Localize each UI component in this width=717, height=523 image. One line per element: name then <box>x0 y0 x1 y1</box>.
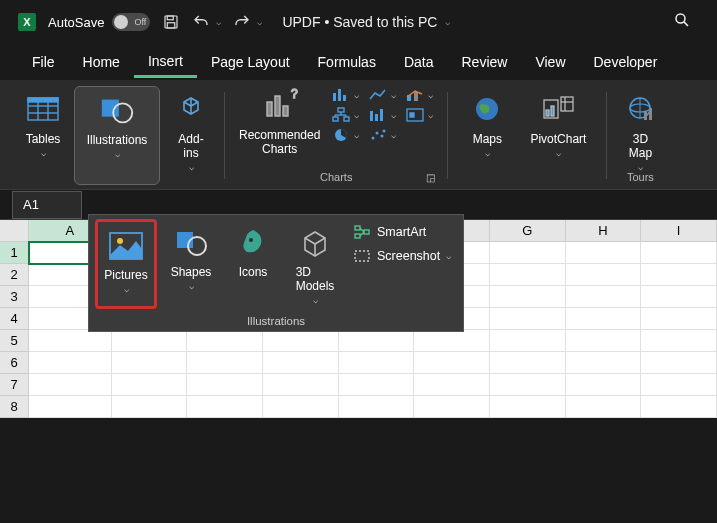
3d-models-button[interactable]: 3D Models ⌵ <box>287 219 343 309</box>
tab-insert[interactable]: Insert <box>134 47 197 78</box>
cell[interactable] <box>414 352 490 374</box>
cell[interactable] <box>490 264 566 286</box>
combo-chart-button[interactable]: ⌵ <box>404 86 433 104</box>
row-header[interactable]: 6 <box>0 352 29 374</box>
statistic-chart-button[interactable]: ⌵ <box>367 106 396 124</box>
name-box[interactable]: A1 <box>12 191 82 219</box>
cell[interactable] <box>641 396 717 418</box>
pie-chart-button[interactable]: ⌵ <box>330 126 359 144</box>
cell[interactable] <box>641 286 717 308</box>
cell[interactable] <box>263 330 339 352</box>
cell[interactable] <box>641 308 717 330</box>
row-header[interactable]: 2 <box>0 264 29 286</box>
cell[interactable] <box>112 352 188 374</box>
icons-button[interactable]: Icons <box>225 219 281 309</box>
autosave-toggle[interactable]: Off <box>112 13 150 31</box>
col-header-H[interactable]: H <box>566 220 642 242</box>
tab-data[interactable]: Data <box>390 48 448 76</box>
charts-dialog-launcher[interactable]: ◲ <box>426 172 435 183</box>
cell[interactable] <box>263 396 339 418</box>
cell[interactable] <box>414 396 490 418</box>
hierarchy-chart-button[interactable]: ⌵ <box>330 106 359 124</box>
cell[interactable] <box>187 352 263 374</box>
tab-page-layout[interactable]: Page Layout <box>197 48 304 76</box>
cell[interactable] <box>263 374 339 396</box>
tab-formulas[interactable]: Formulas <box>304 48 390 76</box>
row-header[interactable]: 4 <box>0 308 29 330</box>
autosave-control[interactable]: AutoSave Off <box>48 13 150 31</box>
row-header[interactable]: 8 <box>0 396 29 418</box>
col-header-G[interactable]: G <box>490 220 566 242</box>
recommended-charts-button[interactable]: ? Recommended Charts <box>239 86 320 156</box>
cell[interactable] <box>566 286 642 308</box>
cell[interactable] <box>641 352 717 374</box>
cell[interactable] <box>263 352 339 374</box>
undo-button[interactable]: ⌵ <box>192 13 221 31</box>
cell[interactable] <box>187 374 263 396</box>
cell[interactable] <box>566 242 642 264</box>
tab-review[interactable]: Review <box>448 48 522 76</box>
cell[interactable] <box>490 242 566 264</box>
redo-button[interactable]: ⌵ <box>233 13 262 31</box>
cell[interactable] <box>490 396 566 418</box>
cell[interactable] <box>112 374 188 396</box>
cell[interactable] <box>414 330 490 352</box>
cell[interactable] <box>566 374 642 396</box>
cell[interactable] <box>187 330 263 352</box>
pictures-button[interactable]: Pictures ⌵ <box>95 219 157 309</box>
cell[interactable] <box>566 396 642 418</box>
smartart-button[interactable]: SmartArt <box>353 223 451 241</box>
chevron-down-icon[interactable]: ⌵ <box>257 17 262 27</box>
tab-developer[interactable]: Developer <box>580 48 672 76</box>
cell[interactable] <box>339 352 415 374</box>
cell[interactable] <box>490 330 566 352</box>
cell[interactable] <box>187 396 263 418</box>
cell[interactable] <box>641 374 717 396</box>
cell[interactable] <box>490 374 566 396</box>
cell[interactable] <box>641 264 717 286</box>
3d-map-button[interactable]: 3D Map ⌵ <box>615 86 665 172</box>
pivotchart-button[interactable]: PivotChart ⌵ <box>524 86 592 185</box>
map-chart-button[interactable]: ⌵ <box>404 106 433 124</box>
search-icon[interactable] <box>673 11 691 33</box>
tables-button[interactable]: Tables ⌵ <box>18 86 68 185</box>
column-chart-button[interactable]: ⌵ <box>330 86 359 104</box>
shapes-button[interactable]: Shapes ⌵ <box>163 219 219 309</box>
screenshot-button[interactable]: Screenshot ⌵ <box>353 247 451 265</box>
cell[interactable] <box>566 264 642 286</box>
select-all-corner[interactable] <box>0 220 29 242</box>
scatter-chart-button[interactable]: ⌵ <box>367 126 396 144</box>
row-header[interactable]: 5 <box>0 330 29 352</box>
cell[interactable] <box>641 330 717 352</box>
cell[interactable] <box>29 374 111 396</box>
tab-home[interactable]: Home <box>69 48 134 76</box>
cell[interactable] <box>414 374 490 396</box>
document-title[interactable]: UPDF • Saved to this PC ⌵ <box>282 14 450 30</box>
row-header[interactable]: 7 <box>0 374 29 396</box>
cell[interactable] <box>566 330 642 352</box>
cell[interactable] <box>566 352 642 374</box>
save-icon[interactable] <box>162 13 180 31</box>
chevron-down-icon[interactable]: ⌵ <box>216 17 221 27</box>
cell[interactable] <box>490 286 566 308</box>
cell[interactable] <box>29 352 111 374</box>
chevron-down-icon[interactable]: ⌵ <box>445 17 450 27</box>
cell[interactable] <box>490 308 566 330</box>
cell[interactable] <box>566 308 642 330</box>
row-header[interactable]: 1 <box>0 242 29 264</box>
tab-file[interactable]: File <box>18 48 69 76</box>
addins-button[interactable]: Add- ins ⌵ <box>166 86 216 185</box>
line-chart-button[interactable]: ⌵ <box>367 86 396 104</box>
cell[interactable] <box>490 352 566 374</box>
cell[interactable] <box>339 374 415 396</box>
cell[interactable] <box>339 396 415 418</box>
tab-view[interactable]: View <box>521 48 579 76</box>
cell[interactable] <box>29 330 111 352</box>
cell[interactable] <box>112 330 188 352</box>
row-header[interactable]: 3 <box>0 286 29 308</box>
cell[interactable] <box>112 396 188 418</box>
cell[interactable] <box>641 242 717 264</box>
maps-button[interactable]: Maps ⌵ <box>462 86 512 185</box>
illustrations-button[interactable]: Illustrations ⌵ <box>74 86 160 185</box>
cell[interactable] <box>29 396 111 418</box>
